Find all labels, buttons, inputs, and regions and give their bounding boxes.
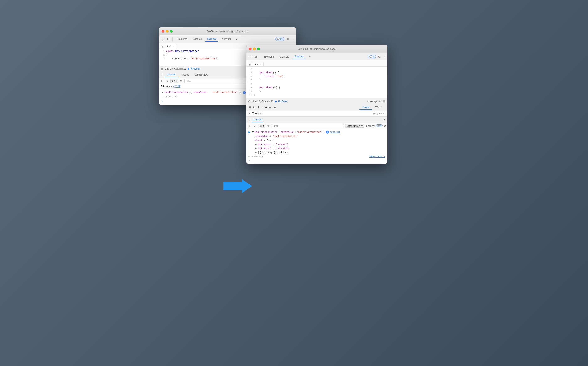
tab-elements[interactable]: Elements	[175, 37, 189, 41]
minimize-button-front[interactable]	[253, 48, 256, 50]
more-icon-front[interactable]: ⋮	[383, 55, 386, 58]
tab-elements-front[interactable]: Elements	[262, 54, 276, 59]
settings-icon-back[interactable]: ⚙	[287, 37, 289, 41]
tab-sources[interactable]: Sources	[205, 37, 218, 42]
toolbar-divider	[172, 37, 173, 41]
prop-set-test: ▶ set #test : f #test(n)	[252, 146, 340, 150]
code-line-11: 11 }	[246, 94, 387, 97]
close-button-back[interactable]	[162, 30, 164, 33]
file-tab-test-front[interactable]: test ✕	[252, 62, 264, 67]
play-icon-back[interactable]: ▷	[161, 45, 165, 49]
resume-btn[interactable]: ↻	[253, 106, 256, 109]
step-into-btn[interactable]: ↑	[261, 106, 263, 109]
clear-icon-front[interactable]: ▷	[248, 124, 252, 128]
threads-expand[interactable]: ▼	[249, 112, 251, 115]
svg-marker-0	[223, 179, 252, 193]
info-icon-back[interactable]: i	[243, 91, 246, 94]
stop-btn[interactable]: ⏺	[273, 106, 276, 109]
traffic-lights-front	[249, 48, 260, 50]
pause-btn[interactable]: ⏸	[249, 106, 252, 109]
file-tab-test-back[interactable]: test ✕	[165, 44, 176, 49]
tab-sources-front[interactable]: Sources	[292, 54, 306, 59]
file-tab-close-front[interactable]: ✕	[260, 63, 261, 66]
tab-console-front[interactable]: Console	[278, 54, 291, 59]
vm-link[interactable]: VM52 test:1	[369, 155, 385, 158]
scope-tab-watch[interactable]: Watch	[372, 105, 385, 110]
test-link[interactable]: test:13	[330, 130, 340, 134]
window-title-front: DevTools - chrome://new-tab-page/	[298, 48, 336, 51]
toolbar-back: ⬚ ⊡ Elements Console Sources Network » 💬…	[159, 35, 296, 43]
console-tab-issues-back[interactable]: Issues	[179, 72, 191, 77]
close-console-front[interactable]: ✕	[383, 118, 386, 121]
close-button-front[interactable]	[249, 48, 252, 50]
run-button-front[interactable]: ▶ ⌘+Enter	[275, 100, 288, 103]
toolbar-front: ⬚ ⊡ Elements Console Sources » 💬 4 ⚙ ⋮	[246, 53, 387, 61]
file-tab-close-back[interactable]: ✕	[172, 45, 174, 48]
step-over-btn[interactable]: ⬇	[257, 106, 260, 109]
inspect-icon-front[interactable]: ⬚	[248, 55, 252, 59]
gear-console-front[interactable]: ⚙	[384, 124, 386, 127]
tab-console[interactable]: Console	[191, 37, 204, 41]
minimize-button-back[interactable]	[166, 30, 168, 33]
info-icon-front[interactable]: i	[326, 131, 329, 134]
eye-icon-back[interactable]: 👁	[179, 79, 183, 83]
default-levels-dropdown[interactable]: Default levels ▼	[345, 124, 364, 128]
breakpoints-btn[interactable]: ▤	[269, 106, 271, 109]
no-entry-icon-back[interactable]: ⊘	[165, 79, 169, 83]
filter-input-front[interactable]	[272, 124, 344, 128]
play-icon-front[interactable]: ▷	[248, 62, 252, 67]
console-prompt-front[interactable]: ›	[249, 159, 385, 162]
clear-icon-back[interactable]: ▷	[160, 79, 164, 83]
no-entry-icon-front[interactable]: ⊘	[253, 124, 256, 128]
prop-get-test: ▶ get #test : f #test()	[252, 142, 340, 146]
top-dropdown-back[interactable]: top ▾	[170, 79, 178, 83]
device-icon[interactable]: ⊡	[166, 37, 170, 41]
code-area-front: 4 5 get #test() { 6 return 'foo'; 7 } 8	[246, 67, 387, 98]
top-dropdown-front[interactable]: top ▾	[258, 124, 265, 128]
maximize-button-front[interactable]	[257, 48, 260, 50]
scope-tab-scope[interactable]: Scope	[359, 105, 372, 110]
coverage-label: Coverage: n/a ⊟	[367, 100, 385, 103]
chat-icon-front: 💬	[369, 55, 372, 58]
debugger-toolbar: ⏸ ↻ ⬇ ↑ ↪ ▤ ⏺ Scope Watch	[246, 104, 387, 111]
issues-badge-front: 💬 4	[376, 124, 382, 127]
inspect-icon[interactable]: ⬚	[161, 37, 165, 41]
console-tab-whats-new-back[interactable]: What's New	[192, 72, 211, 77]
code-line-9: 9 set #test(n) {	[246, 86, 387, 90]
badge-front: 💬 4	[368, 55, 376, 58]
step-out-btn[interactable]: ↪	[265, 106, 267, 109]
code-line-6: 6 return 'foo';	[246, 75, 387, 79]
window-title-back: DevTools - drafts.csswg.org/css-color/	[206, 30, 249, 33]
console-dots-back[interactable]: ⋮	[161, 73, 163, 76]
file-tabs-front: ▷ test ✕	[246, 61, 387, 67]
code-line-4: 4	[246, 68, 387, 71]
scope-tabs: Scope Watch	[359, 105, 385, 110]
tab-network-front[interactable]: »	[307, 54, 313, 59]
status-text-front: Line 13, Column 13	[252, 100, 274, 103]
curly-icon: {}	[161, 67, 163, 70]
status-text-back: Line 13, Column 13	[165, 67, 186, 70]
coverage-expand[interactable]: ⊟	[383, 100, 385, 103]
undefined-row-front: ← undefined VM52 test:1	[249, 155, 385, 158]
console-float-content: ▶ ▼ HasPrivateGetter { someValue : 'HasP…	[246, 129, 387, 164]
traffic-lights-back	[162, 30, 173, 33]
console-float-tab[interactable]: Console	[252, 117, 263, 122]
console-float-toolbar: ▷ ⊘ top ▾ 👁 Default levels ▼ 4 Issues: 💬…	[246, 123, 387, 129]
badge-back: 💬 21	[275, 37, 284, 41]
device-icon-front[interactable]: ⊡	[253, 55, 258, 59]
maximize-button-back[interactable]	[170, 30, 173, 33]
console-tab-console-back[interactable]: Console	[164, 72, 178, 77]
issues-icon-front: 💬	[377, 125, 380, 127]
obj-header-line: ▼ HasPrivateGetter { someValue : 'HasPri…	[252, 130, 340, 134]
prop-prototype: ▶ [[Prototype]]: Object	[252, 150, 340, 154]
more-icon-back[interactable]: ⋮	[291, 37, 294, 41]
run-button-back[interactable]: ▶ ⌘+Enter	[188, 67, 200, 70]
eye-icon-front[interactable]: 👁	[267, 124, 270, 128]
console-dots-front[interactable]: ⋮	[248, 118, 251, 121]
issues-badge-back: 💬 21	[174, 85, 181, 88]
settings-icon-front[interactable]: ⚙	[378, 55, 381, 58]
devtools-window-front: DevTools - chrome://new-tab-page/ ⬚ ⊡ El…	[246, 45, 388, 164]
tab-network[interactable]: Network	[220, 37, 233, 41]
console-obj-expanded: ▶ ▼ HasPrivateGetter { someValue : 'HasP…	[249, 130, 385, 154]
tab-more[interactable]: »	[234, 37, 240, 41]
